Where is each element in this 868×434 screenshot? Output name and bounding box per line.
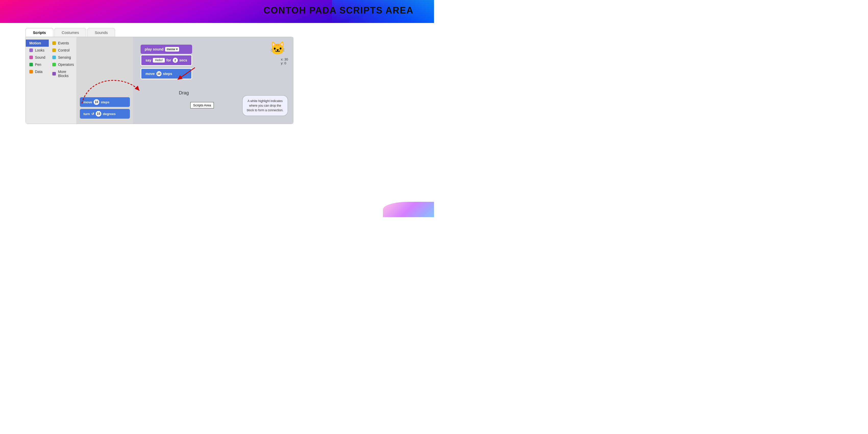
scratch-panel: Motion Looks Sound Pen [26,37,293,124]
looks-dot [29,49,33,52]
scripts-move-suffix: steps [163,72,173,76]
events-dot [52,41,56,45]
x-coord: x: 30 [281,57,288,61]
palette-grid: Motion Looks Sound Pen [26,39,76,79]
palette-operators[interactable]: Operators [49,61,77,68]
play-sound-block[interactable]: play sound meow ▾ [141,45,192,54]
scripts-area[interactable]: play sound meow ▾ say Hello! for 2 secs [133,37,293,124]
sound-label: Sound [35,55,45,59]
y-val: 0 [284,61,286,65]
scripts-move-badge: 10 [156,71,161,76]
motion-label: Motion [29,41,41,45]
drag-label: Drag [179,90,189,96]
events-label: Events [58,41,69,45]
scripts-blocks-stack: play sound meow ▾ say Hello! for 2 secs [141,45,192,80]
say-middle: for [166,58,171,62]
scripts-move-prefix: move [146,72,155,76]
turn-block-suffix: degrees [103,112,116,116]
pen-label: Pen [35,63,41,67]
palette-sensing[interactable]: Sensing [49,54,77,61]
operators-label: Operators [58,63,74,67]
say-suffix: secs [179,58,187,62]
palette-motion[interactable]: Motion [26,39,49,47]
operators-dot [52,63,56,66]
tabs-bar: Scripts Costumes Sounds [26,28,293,37]
y-label: y: [281,61,283,65]
data-dot [29,70,33,73]
say-input[interactable]: Hello! [153,58,165,63]
tab-scripts[interactable]: Scripts [26,28,53,37]
scripts-move-block[interactable]: move 10 steps [141,68,192,79]
cat-sprite: 🐱 [270,41,285,56]
play-sound-prefix: play sound [145,47,163,51]
turn-block-prefix: turn [84,112,90,116]
more-blocks-dot [52,72,56,75]
control-label: Control [58,48,69,52]
say-prefix: say [146,58,151,62]
say-badge: 2 [173,58,178,63]
palette-looks[interactable]: Looks [26,47,49,54]
palette-sound[interactable]: Sound [26,54,49,61]
play-sound-dropdown[interactable]: meow ▾ [165,47,179,52]
palette-data[interactable]: Data [26,68,49,75]
turn-block-badge: 15 [96,111,101,117]
y-coord: y: 0 [281,61,288,65]
palette-events[interactable]: Events [49,39,77,47]
control-dot [52,49,56,52]
coordinates: x: 30 y: 0 [281,57,288,65]
palette-left-col: Motion Looks Sound Pen [26,39,49,79]
palette-more-blocks[interactable]: More Blocks [49,68,77,79]
looks-label: Looks [35,48,44,52]
sensing-dot [52,56,56,59]
dashed-curve-arrow [74,70,146,108]
palette-right-col: Events Control Sensing Operators [49,39,77,79]
x-val: 30 [284,57,288,61]
more-blocks-label: More Blocks [58,70,74,78]
pen-dot [29,63,33,66]
say-block[interactable]: say Hello! for 2 secs [141,55,192,66]
scripts-area-label: Scripts Area [190,102,214,108]
tab-costumes[interactable]: Costumes [54,28,87,37]
sensing-label: Sensing [58,55,71,59]
palette-pen[interactable]: Pen [26,61,49,68]
bottom-right-decor [383,202,434,217]
dropdown-arrow-icon: ▾ [176,48,178,51]
turn-block[interactable]: turn ↺ 15 degrees [80,109,130,119]
turn-arrow-icon: ↺ [91,112,94,116]
palette-control[interactable]: Control [49,47,77,54]
sound-dot [29,56,33,59]
main-content: Scripts Costumes Sounds Motion Looks [26,28,293,124]
page-title: CONTOH PADA SCRIPTS AREA [264,5,413,16]
tab-sounds[interactable]: Sounds [87,28,115,37]
data-label: Data [35,70,42,74]
x-label: x: [281,57,283,61]
palette: Motion Looks Sound Pen [26,37,77,124]
callout-bubble: A white highlight indicates where you ca… [242,95,288,116]
